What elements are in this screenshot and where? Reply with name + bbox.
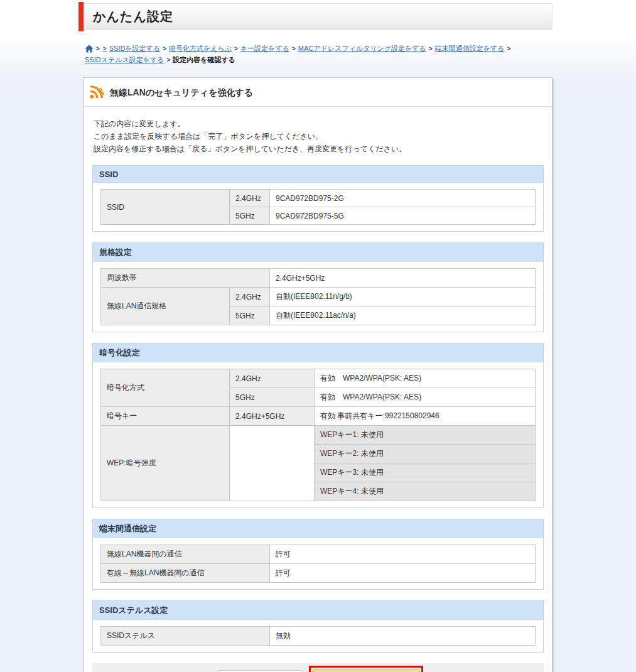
breadcrumb-link[interactable]: MACアドレスフィルタリング設定をする (298, 44, 426, 53)
cell-sub: 5GHz (230, 207, 270, 225)
done-button[interactable]: ▶ 完了 (312, 669, 420, 672)
content-title: 無線LANのセキュリティを強化する (110, 87, 253, 99)
cell-value: 有効 WPA2/WPA(PSK: AES) (315, 388, 536, 407)
intro-line: このまま設定を反映する場合は「完了」ボタンを押してください。 (94, 132, 323, 141)
settings-section: SSIDステルス設定SSIDステルス無効 (92, 600, 544, 653)
cell-value: 許可 (270, 564, 536, 583)
button-band: ◀ 戻る ▶ 完了 (92, 663, 544, 672)
breadcrumb-separator: > (163, 45, 166, 52)
intro-line: 下記の内容に変更します。 (94, 119, 185, 128)
title-accent-bar (78, 2, 84, 31)
home-icon[interactable] (85, 45, 94, 53)
cell-value: 許可 (270, 545, 536, 564)
cell-sub: 2.4GHz+5GHz (230, 407, 315, 426)
section-body: 周波数帯2.4GHz+5GHz無線LAN通信規格2.4GHz自動(IEEE802… (93, 262, 543, 332)
cell-label: 周波数帯 (101, 269, 270, 288)
breadcrumb-separator: > (103, 45, 107, 52)
breadcrumb-separator: > (96, 45, 100, 52)
cell-label: 暗号化方式 (101, 369, 230, 407)
content-title-row: 無線LANのセキュリティを強化する (84, 78, 552, 107)
section-header: SSIDステルス設定 (93, 601, 543, 620)
app-titlebar: かんたん設定 (78, 3, 552, 30)
content-body: 下記の内容に変更します。 このまま設定を反映する場合は「完了」ボタンを押してくだ… (84, 107, 552, 672)
breadcrumb-link[interactable]: 端末間通信設定をする (435, 44, 505, 53)
intro-line: 設定内容を修正する場合は「戻る」ボタンを押していただき、再度変更を行ってください… (94, 144, 406, 153)
wireless-security-icon (89, 84, 105, 102)
cell-label: 暗号キー (101, 407, 230, 426)
cell-value: 自動(IEEE802.11ac/n/a) (270, 306, 536, 325)
settings-table: SSID2.4GHz9CAD972BD975-2G5GHz9CAD972BD97… (100, 189, 536, 225)
cell-sub: 2.4GHz (230, 288, 270, 306)
cell-value: 有効 WPA2/WPA(PSK: AES) (315, 369, 536, 388)
section-body: 暗号化方式2.4GHz有効 WPA2/WPA(PSK: AES)5GHz有効 W… (93, 362, 543, 507)
settings-table: SSIDステルス無効 (100, 626, 536, 646)
breadcrumb-separator: > (429, 45, 433, 52)
breadcrumb-separator: > (234, 45, 238, 52)
settings-table: 周波数帯2.4GHz+5GHz無線LAN通信規格2.4GHz自動(IEEE802… (100, 268, 536, 325)
cell-sub: 2.4GHz (230, 369, 315, 388)
section-header: 暗号化設定 (93, 344, 543, 362)
cell-valuegray: WEPキー3: 未使用 (315, 463, 536, 482)
section-header: 規格設定 (93, 243, 543, 262)
breadcrumb-link[interactable]: キー設定をする (240, 44, 289, 53)
settings-section: SSIDSSID2.4GHz9CAD972BD975-2G5GHz9CAD972… (92, 165, 544, 232)
cell-label: 無線LAN通信規格 (101, 288, 230, 325)
cell-valuegray: WEPキー4: 未使用 (315, 482, 536, 501)
cell-valuegray: WEPキー1: 未使用 (315, 426, 536, 445)
settings-section: 規格設定周波数帯2.4GHz+5GHz無線LAN通信規格2.4GHz自動(IEE… (92, 242, 544, 332)
cell-sub: 5GHz (230, 306, 270, 325)
cell-label: 無線LAN機器間の通信 (101, 545, 270, 564)
breadcrumb-current: 設定内容を確認する (173, 55, 235, 65)
settings-table: 暗号化方式2.4GHz有効 WPA2/WPA(PSK: AES)5GHz有効 W… (100, 369, 536, 501)
cell-value: 自動(IEEE802.11n/g/b) (270, 288, 536, 306)
cell-value: 無効 (270, 627, 536, 646)
breadcrumb-link[interactable]: SSIDを設定する (109, 44, 160, 53)
settings-table: 無線LAN機器間の通信許可有線⇔無線LAN機器間の通信許可 (100, 545, 536, 583)
section-body: SSIDステルス無効 (93, 620, 543, 652)
section-body: SSID2.4GHz9CAD972BD975-2G5GHz9CAD972BD97… (93, 183, 543, 231)
breadcrumb-separator: > (292, 45, 296, 52)
settings-section: 暗号化設定暗号化方式2.4GHz有効 WPA2/WPA(PSK: AES)5GH… (92, 343, 544, 508)
cell-valuegray: WEPキー2: 未使用 (315, 445, 536, 463)
breadcrumb-separator: > (166, 57, 170, 63)
breadcrumb-link[interactable]: SSIDステルス設定をする (85, 55, 164, 65)
cell-value: 有効 事前共有キー:9922150802946 (315, 407, 536, 426)
page: かんたん設定 >>SSIDを設定する>暗号化方式をえらぶ>キー設定をする>MAC… (84, 3, 552, 672)
cell-value: 9CAD972BD975-2G (270, 190, 536, 207)
breadcrumb: >>SSIDを設定する>暗号化方式をえらぶ>キー設定をする>MACアドレスフィル… (84, 44, 552, 65)
cell-sub: 5GHz (230, 388, 315, 407)
breadcrumb-link[interactable]: 暗号化方式をえらぶ (169, 44, 232, 53)
section-header: SSID (93, 166, 543, 183)
cell-label: SSID (101, 190, 230, 225)
cell-value: 2.4GHz+5GHz (270, 269, 536, 288)
settings-section: 端末間通信設定無線LAN機器間の通信許可有線⇔無線LAN機器間の通信許可 (92, 519, 544, 590)
page-title: かんたん設定 (84, 8, 173, 25)
cell-subempty (230, 426, 315, 501)
section-body: 無線LAN機器間の通信許可有線⇔無線LAN機器間の通信許可 (93, 538, 543, 589)
settings-sections: SSIDSSID2.4GHz9CAD972BD975-2G5GHz9CAD972… (92, 165, 544, 653)
intro-text: 下記の内容に変更します。 このまま設定を反映する場合は「完了」ボタンを押してくだ… (94, 118, 544, 155)
breadcrumb-separator: > (507, 45, 510, 52)
cell-label: 有線⇔無線LAN機器間の通信 (101, 564, 270, 583)
cell-label: SSIDステルス (101, 627, 270, 646)
cell-sub: 2.4GHz (230, 190, 270, 207)
content-card: 無線LANのセキュリティを強化する 下記の内容に変更します。 このまま設定を反映… (84, 77, 552, 672)
cell-value: 9CAD972BD975-5G (270, 207, 536, 225)
cell-label: WEP:暗号強度 (101, 426, 230, 501)
section-header: 端末間通信設定 (93, 519, 543, 538)
